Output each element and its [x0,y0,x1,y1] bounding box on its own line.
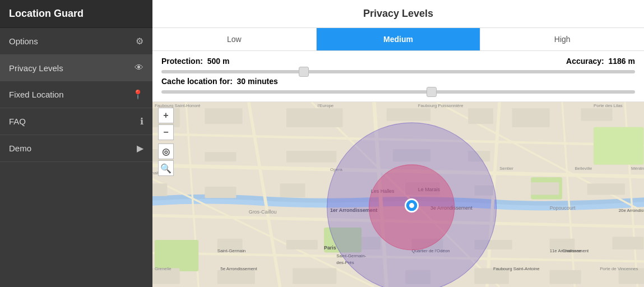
zoom-out-button[interactable]: − [158,124,174,140]
svg-rect-41 [286,240,318,249]
svg-text:5e Arrondissement: 5e Arrondissement [220,266,257,271]
svg-rect-16 [594,127,643,165]
svg-text:Sentier: Sentier [499,166,513,171]
controls-area: Protection: 500 m Accuracy: 1186 m Cache… [152,51,644,102]
accuracy-value: 1186 m [609,57,635,66]
map-controls: + − ◎ 🔍 [158,108,174,176]
svg-rect-24 [581,108,613,121]
svg-text:Grenelle: Grenelle [155,266,172,271]
info-icon: ℹ [140,116,143,127]
svg-rect-19 [205,108,242,124]
sidebar-item-fixed-location[interactable]: Fixed Location 📍 [0,81,152,108]
location-button[interactable]: ◎ [158,144,174,159]
tabs-row: Low Medium High [152,28,644,51]
protection-value: 500 m [207,57,230,66]
svg-text:20e Arrondissement: 20e Arrondissement [619,208,644,213]
svg-rect-23 [512,108,550,127]
arrow-icon: ▶ [137,143,143,154]
svg-text:Porte de Vincennes: Porte de Vincennes [600,266,638,271]
svg-text:Belleville: Belleville [574,166,592,171]
map-background: Faubourg Saint-Honoré l'Europe Faubourg … [152,102,644,287]
tab-medium[interactable]: Medium [317,28,481,50]
protection-slider-row [161,70,635,73]
svg-rect-32 [205,187,236,198]
svg-rect-31 [152,183,167,196]
sidebar-item-faq[interactable]: FAQ ℹ [0,108,152,135]
accuracy-label: Accuracy: 1186 m [566,57,635,66]
cache-value: 30 minutes [237,77,278,86]
svg-text:Gros-Caillou: Gros-Caillou [249,209,277,215]
cache-slider-track [161,90,635,94]
search-button[interactable]: 🔍 [158,160,174,176]
pin-icon: 📍 [132,89,143,100]
eye-icon: 👁 [135,63,143,73]
protection-slider-thumb[interactable] [299,67,309,77]
svg-rect-28 [286,151,336,162]
svg-text:Ménilmontant: Ménilmontant [631,166,644,171]
svg-rect-46 [613,237,644,249]
protection-slider-track [161,70,635,73]
svg-text:Porte des Lilas: Porte des Lilas [594,103,623,108]
svg-rect-37 [587,183,625,195]
tab-low[interactable]: Low [152,28,317,50]
gear-icon: ⚙ [136,36,143,47]
svg-rect-22 [468,108,493,124]
svg-rect-33 [280,183,305,197]
svg-text:l'Europe: l'Europe [318,103,333,108]
svg-point-85 [409,203,414,208]
protection-label: Protection: 500 m [161,57,251,66]
svg-text:Popoucourt: Popoucourt [550,205,576,211]
app-title: Location Guard [0,0,152,28]
svg-text:11e Arrondissement: 11e Arrondissement [550,248,589,253]
svg-rect-20 [286,108,343,127]
svg-rect-52 [550,270,581,284]
main-panel: Privacy Levels Low Medium High Protectio… [152,0,644,287]
sidebar-item-options[interactable]: Options ⚙ [0,28,152,55]
cache-label: Cache location for: 30 minutes [161,77,278,86]
cache-slider-container [161,90,635,94]
cache-slider-row [161,90,635,94]
protection-row: Protection: 500 m Accuracy: 1186 m [161,57,635,66]
cache-slider-thumb[interactable] [427,87,437,97]
sidebar-item-privacy-levels[interactable]: Privacy Levels 👁 [0,55,152,81]
svg-rect-48 [217,270,255,284]
sidebar: Location Guard Options ⚙ Privacy Levels … [0,0,152,287]
svg-text:Saint-Germain: Saint-Germain [217,248,245,253]
svg-text:Faubourg Poissonnière: Faubourg Poissonnière [418,103,464,108]
svg-text:Paris: Paris [324,245,336,251]
page-title: Privacy Levels [152,0,644,28]
svg-text:Faubourg Saint-Antoine: Faubourg Saint-Antoine [493,266,540,271]
map-area: Faubourg Saint-Honoré l'Europe Faubourg … [152,102,644,287]
svg-rect-21 [387,108,430,121]
svg-rect-49 [293,268,336,284]
sidebar-item-demo[interactable]: Demo ▶ [0,135,152,162]
cache-row: Cache location for: 30 minutes [161,77,635,86]
tab-high[interactable]: High [480,28,644,50]
svg-rect-27 [205,152,236,161]
zoom-in-button[interactable]: + [158,108,174,123]
protection-slider-container [161,70,635,73]
svg-rect-36 [531,182,559,195]
